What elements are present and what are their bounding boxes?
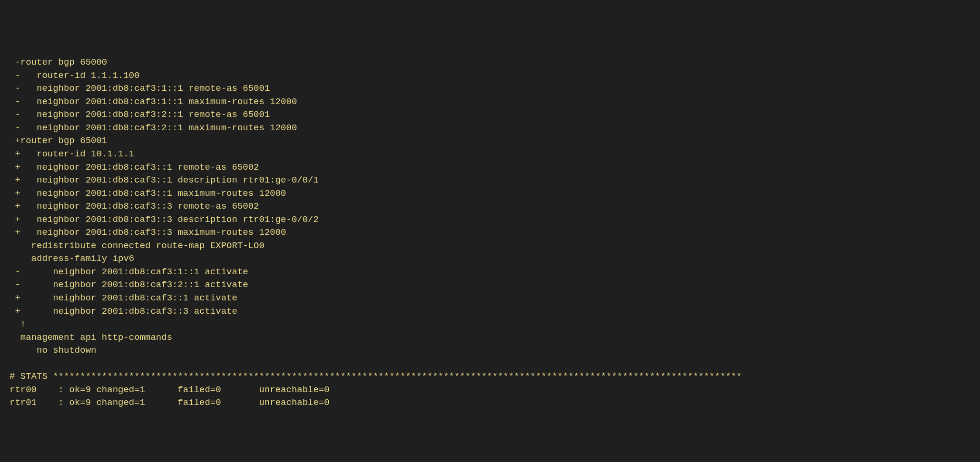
terminal-line: + router-id 10.1.1.1 (10, 148, 970, 161)
terminal-line: +router bgp 65001 (10, 135, 970, 148)
terminal-line: + neighbor 2001:db8:caf3::3 activate (10, 305, 970, 318)
terminal-line: - neighbor 2001:db8:caf3:1::1 maximum-ro… (10, 96, 970, 109)
terminal-line: management api http-commands (10, 331, 970, 345)
terminal-line: + neighbor 2001:db8:caf3::1 maximum-rout… (10, 187, 970, 201)
terminal-line: - neighbor 2001:db8:caf3:1::1 activate (10, 266, 970, 279)
terminal-line: - router-id 1.1.1.100 (10, 69, 970, 83)
terminal-line: + neighbor 2001:db8:caf3::3 remote-as 65… (10, 200, 970, 213)
terminal-output: -router bgp 65000 - router-id 1.1.1.100 … (0, 52, 980, 414)
terminal-line: no shutdown (10, 344, 970, 357)
terminal-line: address-family ipv6 (10, 252, 970, 266)
terminal-line: rtr01 : ok=9 changed=1 failed=0 unreacha… (10, 396, 970, 410)
terminal-line: -router bgp 65000 (10, 56, 970, 69)
terminal-line: rtr00 : ok=9 changed=1 failed=0 unreacha… (10, 384, 970, 397)
terminal-line: ! (10, 318, 970, 331)
terminal-line: + neighbor 2001:db8:caf3::1 description … (10, 174, 970, 187)
terminal-line (10, 357, 970, 371)
terminal-line: - neighbor 2001:db8:caf3:2::1 remote-as … (10, 108, 970, 122)
terminal-line: redistribute connected route-map EXPORT-… (10, 240, 970, 253)
terminal-line: - neighbor 2001:db8:caf3:1::1 remote-as … (10, 82, 970, 96)
terminal-line: + neighbor 2001:db8:caf3::1 activate (10, 292, 970, 305)
terminal-line: + neighbor 2001:db8:caf3::3 description … (10, 213, 970, 227)
terminal-line: + neighbor 2001:db8:caf3::1 remote-as 65… (10, 161, 970, 174)
terminal-line: # STATS ********************************… (10, 370, 970, 384)
terminal-line: + neighbor 2001:db8:caf3::3 maximum-rout… (10, 226, 970, 240)
terminal-line: - neighbor 2001:db8:caf3:2::1 maximum-ro… (10, 122, 970, 135)
terminal-line: - neighbor 2001:db8:caf3:2::1 activate (10, 279, 970, 292)
